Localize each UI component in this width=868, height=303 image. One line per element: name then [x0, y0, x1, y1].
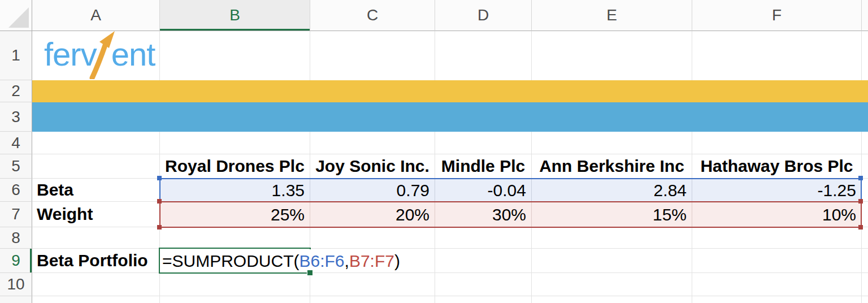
row-header-7[interactable]: 7: [0, 202, 32, 227]
cell-c10[interactable]: [310, 273, 435, 296]
cell-a4[interactable]: [32, 132, 160, 154]
cell-e8[interactable]: [532, 227, 692, 249]
row-header-9-label: 9: [11, 252, 20, 270]
spreadsheet-grid: A B C D E F 1 2 3 4 5 Royal Drones Plc J…: [0, 0, 868, 303]
cell-g1[interactable]: [862, 31, 868, 80]
beta-range-handle-top-left[interactable]: [157, 176, 162, 180]
cell-g9[interactable]: [862, 249, 868, 273]
row-header-11-partial[interactable]: [0, 296, 32, 303]
cell-a7-weight-label[interactable]: Weight: [32, 202, 160, 227]
cell-a9-result-label[interactable]: Beta Portfolio: [32, 249, 160, 273]
cell-d6-beta[interactable]: -0.04: [435, 179, 532, 202]
cell-a5[interactable]: [32, 154, 160, 179]
column-header-d[interactable]: D: [435, 0, 532, 31]
row-header-10[interactable]: 10: [0, 273, 32, 296]
cell-e5-company[interactable]: Ann Berkshire Inc: [532, 154, 692, 179]
cell-g7[interactable]: [862, 202, 868, 227]
column-header-f[interactable]: F: [692, 0, 862, 31]
yellow-band-row[interactable]: [32, 80, 868, 102]
cell-e9[interactable]: [532, 249, 692, 273]
cell-g6[interactable]: [862, 179, 868, 202]
cell-f8[interactable]: [692, 227, 862, 249]
cell-d1[interactable]: [435, 31, 532, 80]
cell-e7-weight[interactable]: 15%: [532, 202, 692, 227]
cell-c8[interactable]: [310, 227, 435, 249]
cell-c6-beta[interactable]: 0.79: [310, 179, 435, 202]
column-header-partial[interactable]: [862, 0, 868, 31]
formula-range1: B6:F6: [300, 252, 345, 271]
row-header-2[interactable]: 2: [0, 80, 32, 102]
cell-d5-company[interactable]: Mindle Plc: [435, 154, 532, 179]
row-header-4[interactable]: 4: [0, 132, 32, 154]
cell-g5[interactable]: [862, 154, 868, 179]
blue-band-row[interactable]: [32, 102, 868, 132]
cell-g10[interactable]: [862, 273, 868, 296]
cell-c4[interactable]: [310, 132, 435, 154]
cell-f11[interactable]: [692, 296, 862, 303]
cell-b7-weight[interactable]: 25%: [160, 202, 310, 227]
cell-e4[interactable]: [532, 132, 692, 154]
fill-handle[interactable]: [307, 270, 313, 276]
column-header-a[interactable]: A: [32, 0, 160, 31]
cell-b6-beta[interactable]: 1.35: [160, 179, 310, 202]
select-all-triangle-icon: [8, 7, 29, 28]
row-header-3[interactable]: 3: [0, 102, 32, 132]
cell-f4[interactable]: [692, 132, 862, 154]
weight-range-handle-bottom-left[interactable]: [157, 225, 162, 230]
cell-e10[interactable]: [532, 273, 692, 296]
cell-d10[interactable]: [435, 273, 532, 296]
weight-range-handle-top-right[interactable]: [858, 199, 863, 204]
cell-d4[interactable]: [435, 132, 532, 154]
cell-a10[interactable]: [32, 273, 160, 296]
cell-a11[interactable]: [32, 296, 160, 303]
cell-a6-beta-label[interactable]: Beta: [32, 179, 160, 202]
formula-suffix: ): [394, 252, 400, 271]
cell-f9[interactable]: [692, 249, 862, 273]
cell-d11[interactable]: [435, 296, 532, 303]
cell-d9[interactable]: [435, 249, 532, 273]
cell-d7-weight[interactable]: 30%: [435, 202, 532, 227]
cell-e6-beta[interactable]: 2.84: [532, 179, 692, 202]
cell-a8[interactable]: [32, 227, 160, 249]
cell-b5-company[interactable]: Royal Drones Plc: [160, 154, 310, 179]
cell-f1[interactable]: [692, 31, 862, 80]
cell-f5-company[interactable]: Hathaway Bros Plc: [692, 154, 862, 179]
formula-prefix: =SUMPRODUCT(: [162, 252, 300, 271]
cell-e1[interactable]: [532, 31, 692, 80]
logo-arrow-icon: [88, 31, 115, 79]
cell-g8[interactable]: [862, 227, 868, 249]
row-header-1[interactable]: 1: [0, 31, 32, 80]
cell-f10[interactable]: [692, 273, 862, 296]
cell-g11[interactable]: [862, 296, 868, 303]
formula-comma: ,: [345, 252, 349, 271]
cell-c5-company[interactable]: Joy Sonic Inc.: [310, 154, 435, 179]
cell-e11[interactable]: [532, 296, 692, 303]
weight-range-handle-bottom-right[interactable]: [858, 225, 863, 230]
cell-f6-beta[interactable]: -1.25: [692, 179, 862, 202]
row-header-9[interactable]: 9: [0, 249, 32, 273]
cell-c1[interactable]: [310, 31, 435, 80]
column-header-b-label: B: [229, 6, 240, 24]
weight-range-handle-top-left[interactable]: [157, 199, 162, 204]
formula-range2: B7:F7: [349, 252, 394, 271]
cell-b8[interactable]: [160, 227, 310, 249]
row-header-6[interactable]: 6: [0, 179, 32, 202]
cell-f7-weight[interactable]: 10%: [692, 202, 862, 227]
column-header-e[interactable]: E: [532, 0, 692, 31]
cell-g4[interactable]: [862, 132, 868, 154]
cell-c7-weight[interactable]: 20%: [310, 202, 435, 227]
cell-b1[interactable]: [160, 31, 310, 80]
select-all-corner[interactable]: [0, 0, 32, 31]
cell-c11[interactable]: [310, 296, 435, 303]
column-header-c[interactable]: C: [310, 0, 435, 31]
cell-d8[interactable]: [435, 227, 532, 249]
cell-b11[interactable]: [160, 296, 310, 303]
formula-input[interactable]: =SUMPRODUCT(B6:F6,B7:F7): [162, 249, 402, 272]
column-header-b[interactable]: B: [160, 0, 310, 31]
cell-b10[interactable]: [160, 273, 310, 296]
row-header-8[interactable]: 8: [0, 227, 32, 249]
active-column-underline: [160, 29, 310, 31]
cell-b4[interactable]: [160, 132, 310, 154]
beta-range-handle-top-right[interactable]: [858, 176, 863, 180]
row-header-5[interactable]: 5: [0, 154, 32, 179]
